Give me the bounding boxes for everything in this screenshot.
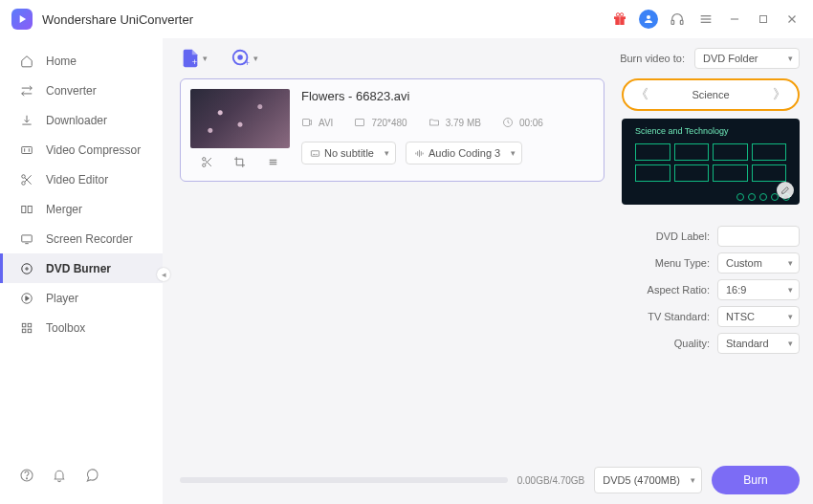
svg-point-4 [620,13,623,16]
video-thumbnail[interactable] [190,89,290,148]
template-selector: 《 Science 》 [622,78,800,111]
burn-to-label: Burn video to: [620,53,685,64]
sidebar-item-merger[interactable]: Merger [0,194,163,224]
sidebar-item-compressor[interactable]: Video Compressor [0,135,163,164]
menu-icon[interactable] [696,10,715,29]
file-format: AVI [319,118,333,128]
scissors-icon [19,172,34,187]
svg-point-34 [202,158,205,161]
sidebar-item-dvd-burner[interactable]: DVD Burner [0,253,163,283]
svg-point-22 [26,267,28,269]
sidebar-item-label: Toolbox [46,321,85,335]
sidebar-item-toolbox[interactable]: Toolbox [0,313,163,342]
file-resolution: 720*480 [371,118,406,128]
sidebar-item-editor[interactable]: Video Editor [0,164,163,194]
prev-template-button[interactable]: 《 [635,86,648,103]
sidebar-item-label: Converter [46,84,97,98]
svg-text:+: + [245,58,250,68]
subtitle-select[interactable]: No subtitle [301,142,396,164]
burn-to-select[interactable]: DVD Folder [694,48,800,69]
app-title: Wondershare UniConverter [42,12,193,27]
bell-icon[interactable] [52,468,67,487]
help-icon[interactable] [19,468,34,487]
setting-label: TV Standard: [648,311,710,322]
svg-point-21 [22,263,33,274]
sidebar-item-converter[interactable]: Converter [0,76,163,105]
recorder-icon [19,231,34,247]
svg-rect-39 [303,120,310,126]
close-icon[interactable] [782,10,802,29]
sidebar-item-label: Merger [46,203,82,216]
svg-rect-42 [311,150,319,156]
sidebar-item-label: Screen Recorder [46,232,133,246]
trim-icon[interactable] [199,156,214,171]
sidebar-item-downloader[interactable]: Downloader [0,105,163,135]
setting-label: DVD Label: [656,230,710,242]
chevron-down-icon: ▾ [203,54,208,63]
svg-rect-24 [22,323,26,327]
template-name: Science [692,89,729,100]
svg-point-17 [22,181,26,185]
sidebar-item-label: Video Compressor [46,143,141,157]
svg-rect-19 [28,206,32,212]
tv-standard-select[interactable]: NTSC [717,306,800,327]
svg-rect-25 [28,323,32,327]
svg-rect-20 [22,234,33,241]
user-avatar-icon[interactable] [639,10,658,29]
svg-rect-18 [22,206,26,212]
merger-icon [19,202,34,217]
more-icon[interactable] [266,156,281,171]
sidebar-collapse-toggle[interactable]: ◂ [157,268,170,281]
chevron-down-icon: ▾ [253,54,258,63]
progress-text: 0.00GB/4.70GB [517,475,585,486]
menu-type-select[interactable]: Custom [717,252,800,274]
disc-size-select[interactable]: DVD5 (4700MB) [594,467,702,493]
audio-icon [414,148,425,159]
add-disc-button[interactable]: + ▾ [231,48,258,69]
sidebar-item-label: Player [46,292,78,305]
add-file-button[interactable]: + ▾ [180,48,208,69]
burn-button[interactable]: Burn [712,466,800,494]
crop-icon[interactable] [232,156,248,171]
svg-point-32 [238,55,242,59]
sidebar-item-label: Downloader [46,114,107,127]
sidebar-item-label: Home [46,55,77,68]
feedback-icon[interactable] [84,468,99,487]
home-icon [19,54,34,69]
headset-icon[interactable] [668,10,687,29]
app-logo [11,9,33,30]
svg-rect-6 [671,20,674,24]
quality-select[interactable]: Standard [717,333,800,354]
download-icon [19,113,34,128]
file-size: 3.79 MB [446,118,481,128]
setting-label: Aspect Ratio: [648,284,710,296]
preview-title: Science and Technology [635,126,728,136]
svg-rect-2 [619,16,620,25]
resolution-icon [354,117,365,128]
compressor-icon [19,142,34,158]
next-template-button[interactable]: 》 [773,86,786,103]
svg-point-29 [26,478,27,479]
audio-select[interactable]: Audio Coding 3 [406,142,522,164]
folder-icon [428,117,440,128]
sidebar-item-player[interactable]: Player [0,283,163,313]
gift-icon[interactable] [610,10,629,29]
file-card: Flowers - 66823.avi AVI 720*480 3.79 MB … [180,78,604,182]
svg-point-3 [616,13,619,16]
svg-rect-12 [760,16,767,23]
dvd-label-input[interactable] [717,226,800,247]
maximize-icon[interactable] [754,10,773,29]
aspect-ratio-select[interactable]: 16:9 [717,279,800,300]
template-preview[interactable]: Science and Technology [622,119,800,205]
edit-template-icon[interactable] [777,182,794,199]
sidebar-item-home[interactable]: Home [0,46,163,76]
svg-point-5 [647,15,650,19]
progress-bar [180,477,508,483]
svg-rect-27 [28,329,32,333]
setting-label: Quality: [674,338,710,349]
minimize-icon[interactable] [725,10,744,29]
svg-rect-26 [22,329,26,333]
svg-point-16 [22,174,26,178]
sidebar-item-recorder[interactable]: Screen Recorder [0,224,163,253]
disc-icon [19,261,34,276]
